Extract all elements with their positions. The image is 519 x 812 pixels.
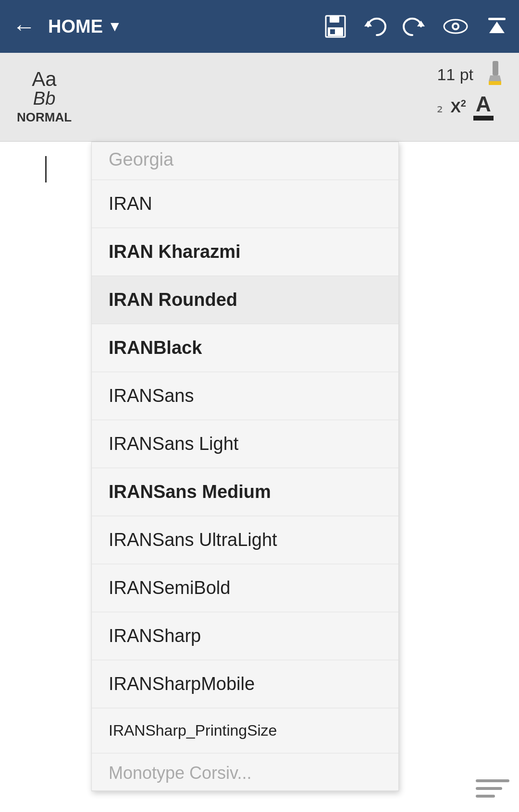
- main-content-area: Georgia IRAN IRAN Kharazmi IRAN Rounded …: [0, 142, 519, 812]
- svg-rect-2: [328, 27, 343, 36]
- font-item-iran-sharp-mobile[interactable]: IRANSharpMobile: [92, 660, 398, 708]
- svg-point-8: [454, 24, 457, 28]
- superscript-button[interactable]: X2: [450, 98, 466, 116]
- toolbar-top-row: 11 pt: [437, 60, 509, 89]
- nav-icons-group: [323, 14, 509, 39]
- menu-line-1: [476, 779, 509, 782]
- font-item-monotype[interactable]: Monotype Corsiv...: [92, 753, 398, 791]
- toolbar-bottom-row: ₂ X2 A: [437, 94, 509, 121]
- svg-rect-3: [330, 29, 335, 34]
- toolbar-right-controls: 11 pt ₂ X2 A: [437, 60, 509, 121]
- back-button[interactable]: ←: [10, 13, 38, 40]
- redo-button[interactable]: [402, 14, 427, 39]
- font-dropdown: Georgia IRAN IRAN Kharazmi IRAN Rounded …: [91, 142, 399, 791]
- svg-rect-11: [493, 61, 498, 75]
- svg-rect-13: [489, 81, 501, 85]
- font-item-iran-sans-light[interactable]: IRANSans Light: [92, 420, 398, 468]
- font-style-selector[interactable]: Aa Bb NORMAL: [10, 64, 79, 130]
- menu-lines-icon: [476, 779, 509, 798]
- home-label: HOME: [48, 16, 103, 37]
- subscript-button[interactable]: ₂: [437, 98, 443, 116]
- font-item-georgia[interactable]: Georgia: [92, 142, 398, 180]
- eye-button[interactable]: [441, 14, 470, 39]
- font-item-iran-sans-medium[interactable]: IRANSans Medium: [92, 468, 398, 516]
- bottom-right-menu[interactable]: [476, 779, 509, 798]
- home-menu[interactable]: HOME ▼: [48, 16, 122, 37]
- font-style-aa: Aa: [32, 69, 56, 89]
- font-style-bb: Bb: [33, 89, 55, 108]
- font-item-iran-sans-ultralight[interactable]: IRANSans UltraLight: [92, 516, 398, 564]
- font-color-button[interactable]: A: [473, 94, 494, 121]
- text-editing-area[interactable]: [0, 142, 91, 812]
- font-style-normal: NORMAL: [17, 110, 72, 125]
- font-item-iran-rounded[interactable]: IRAN Rounded: [92, 276, 398, 324]
- svg-rect-1: [330, 16, 339, 23]
- font-item-iran-sharp[interactable]: IRANSharp: [92, 612, 398, 660]
- font-item-iran-sans[interactable]: IRANSans: [92, 372, 398, 420]
- top-navigation: ← HOME ▼: [0, 0, 519, 53]
- undo-button[interactable]: [362, 14, 387, 39]
- font-item-iran[interactable]: IRAN: [92, 180, 398, 228]
- font-item-iran-kharazmi[interactable]: IRAN Kharazmi: [92, 228, 398, 276]
- svg-rect-9: [488, 18, 506, 20]
- home-chevron-icon: ▼: [108, 18, 122, 35]
- font-size-display[interactable]: 11 pt: [437, 65, 473, 84]
- font-item-iran-sharp-printing[interactable]: IRANSharp_PrintingSize: [92, 708, 398, 753]
- save-button[interactable]: [323, 14, 348, 39]
- svg-marker-12: [489, 75, 501, 81]
- highlighter-button[interactable]: [481, 60, 509, 89]
- font-item-iran-black[interactable]: IRANBlack: [92, 324, 398, 372]
- svg-marker-10: [489, 22, 505, 33]
- font-item-iran-semi-bold[interactable]: IRANSemiBold: [92, 564, 398, 612]
- scroll-top-button[interactable]: [484, 14, 509, 39]
- menu-line-3: [476, 795, 495, 798]
- font-color-bar: [473, 116, 494, 121]
- formatting-toolbar: Aa Bb NORMAL 11 pt ₂ X2 A: [0, 53, 519, 142]
- text-cursor: [45, 156, 47, 182]
- menu-line-2: [476, 787, 502, 790]
